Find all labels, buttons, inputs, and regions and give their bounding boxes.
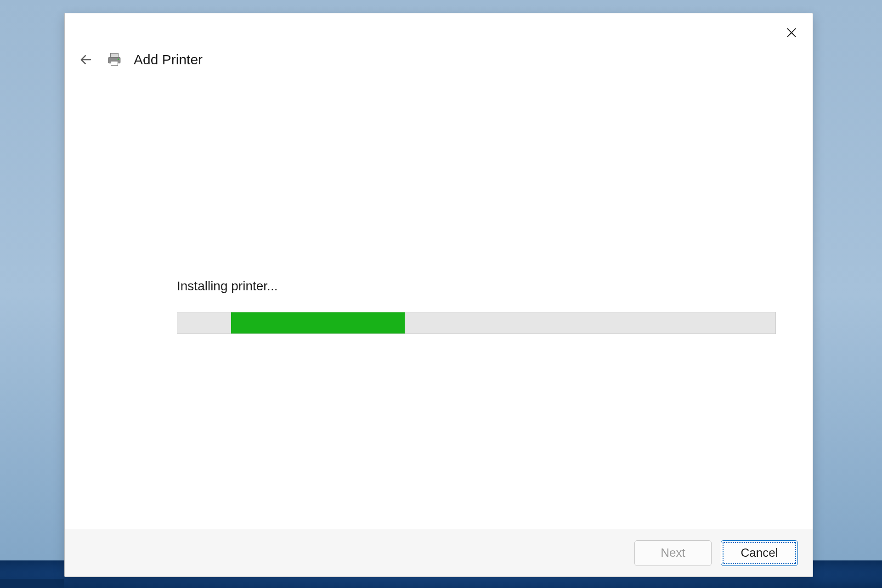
desktop-reveal-corner — [0, 579, 64, 588]
progress-bar — [177, 312, 776, 334]
progress-status-text: Installing printer... — [177, 279, 277, 294]
dialog-header: Add Printer — [65, 47, 813, 77]
add-printer-dialog: Add Printer Installing printer... Next C… — [64, 13, 813, 577]
cancel-button[interactable]: Cancel — [721, 540, 798, 566]
close-button[interactable] — [780, 22, 803, 44]
progress-bar-fill — [231, 312, 405, 334]
dialog-title: Add Printer — [134, 52, 203, 68]
close-icon — [786, 27, 797, 39]
printer-icon — [106, 51, 123, 68]
svg-point-6 — [118, 58, 119, 60]
back-button[interactable] — [77, 51, 95, 69]
svg-rect-5 — [111, 61, 118, 66]
dialog-titlebar — [65, 13, 813, 47]
next-button: Next — [634, 540, 712, 566]
back-arrow-icon — [79, 53, 93, 67]
dialog-footer: Next Cancel — [65, 529, 813, 577]
svg-rect-3 — [111, 53, 119, 57]
dialog-content: Installing printer... — [65, 77, 813, 529]
